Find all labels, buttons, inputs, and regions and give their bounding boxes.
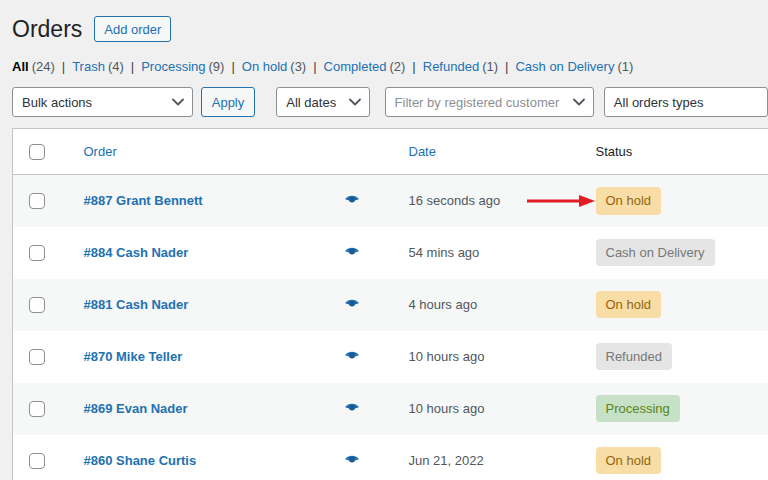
bulk-actions-select[interactable]: Bulk actions (12, 87, 193, 117)
order-link[interactable]: #887 Grant Bennett (84, 193, 203, 208)
eye-icon (343, 246, 361, 257)
order-link[interactable]: #860 Shane Curtis (84, 453, 197, 468)
filter-refunded-link[interactable]: Refunded (423, 59, 479, 74)
row-checkbox[interactable] (29, 193, 45, 209)
filter-refunded-count: (1) (482, 59, 498, 74)
sort-date-header[interactable]: Date (409, 144, 436, 159)
status-badge: On hold (596, 447, 662, 475)
order-types-select[interactable]: All orders types (604, 87, 768, 117)
order-date: 10 hours ago (409, 401, 485, 416)
filter-completed: Completed (2) (306, 59, 405, 74)
filter-processing-count: (9) (208, 59, 224, 74)
preview-button[interactable] (343, 298, 361, 309)
order-link[interactable]: #884 Cash Nader (84, 245, 189, 260)
order-date: 54 mins ago (409, 245, 480, 260)
status-badge: Refunded (596, 343, 672, 371)
eye-icon (343, 402, 361, 413)
filter-processing-link[interactable]: Processing (141, 59, 205, 74)
filter-all-count: (24) (32, 59, 55, 74)
filter-on-hold: On hold (3) (224, 59, 306, 74)
filter-trash-count: (4) (108, 59, 124, 74)
customer-filter-placeholder: Filter by registered customer (395, 95, 560, 110)
row-checkbox[interactable] (29, 349, 45, 365)
filter-refunded: Refunded (1) (405, 59, 498, 74)
status-badge: Cash on Delivery (596, 239, 715, 267)
chevron-down-icon (349, 98, 361, 106)
eye-icon (343, 454, 361, 465)
sort-order-header[interactable]: Order (84, 144, 117, 159)
filter-all-link[interactable]: All (12, 59, 29, 74)
filter-trash-link[interactable]: Trash (72, 59, 105, 74)
table-row: #870 Mike Teller 10 hours ago Refunded (13, 331, 768, 383)
filter-cash-on-delivery-count: (1) (617, 59, 633, 74)
filter-trash: Trash (4) (55, 59, 124, 74)
filter-all: All (24) (12, 59, 55, 74)
table-header-row: Order Date Status (13, 129, 768, 175)
filter-on-hold-link[interactable]: On hold (242, 59, 288, 74)
order-date: 4 hours ago (409, 297, 478, 312)
table-row: #860 Shane Curtis Jun 21, 2022 On hold (13, 435, 768, 480)
dates-filter-value: All dates (286, 95, 336, 110)
status-header: Status (596, 144, 633, 159)
table-row: #869 Evan Nader 10 hours ago Processing (13, 383, 768, 435)
add-order-button[interactable]: Add order (94, 16, 171, 42)
row-checkbox[interactable] (29, 453, 45, 469)
select-all-checkbox[interactable] (29, 144, 45, 160)
preview-button[interactable] (343, 402, 361, 413)
dates-filter-select[interactable]: All dates (276, 87, 369, 117)
status-filter-list: All (24) Trash (4) Processing (9) On hol… (12, 59, 768, 74)
order-date: Jun 21, 2022 (409, 453, 484, 468)
preview-button[interactable] (343, 194, 361, 205)
orders-table: Order Date Status #887 Grant Bennett 16 … (12, 128, 768, 480)
table-row: #881 Cash Nader 4 hours ago On hold (13, 279, 768, 331)
filter-completed-count: (2) (389, 59, 405, 74)
eye-icon (343, 194, 361, 205)
filter-completed-link[interactable]: Completed (324, 59, 387, 74)
order-date: 10 hours ago (409, 349, 485, 364)
filter-cash-on-delivery: Cash on Delivery (1) (498, 59, 633, 74)
table-row: #887 Grant Bennett 16 seconds ago On hol… (13, 175, 768, 227)
row-checkbox[interactable] (29, 245, 45, 261)
filter-cash-on-delivery-link[interactable]: Cash on Delivery (515, 59, 614, 74)
customer-filter-select[interactable]: Filter by registered customer (385, 87, 594, 117)
order-link[interactable]: #869 Evan Nader (84, 401, 188, 416)
order-link[interactable]: #881 Cash Nader (84, 297, 189, 312)
preview-button[interactable] (343, 246, 361, 257)
status-badge: On hold (596, 187, 662, 215)
bulk-actions-value: Bulk actions (22, 95, 92, 110)
page-title: Orders (12, 14, 82, 44)
eye-icon (343, 298, 361, 309)
chevron-down-icon (573, 98, 585, 106)
preview-button[interactable] (343, 454, 361, 465)
preview-button[interactable] (343, 350, 361, 361)
eye-icon (343, 350, 361, 361)
row-checkbox[interactable] (29, 401, 45, 417)
page-header: Orders Add order (12, 14, 768, 44)
filter-processing: Processing (9) (124, 59, 225, 74)
orders-page: Orders Add order All (24) Trash (4) Proc… (0, 0, 768, 480)
apply-button[interactable]: Apply (201, 87, 256, 117)
order-types-value: All orders types (614, 95, 704, 110)
status-badge: On hold (596, 291, 662, 319)
order-link[interactable]: #870 Mike Teller (84, 349, 183, 364)
row-checkbox[interactable] (29, 297, 45, 313)
chevron-down-icon (172, 98, 184, 106)
table-row: #884 Cash Nader 54 mins ago Cash on Deli… (13, 227, 768, 279)
filter-on-hold-count: (3) (290, 59, 306, 74)
orders-toolbar: Bulk actions Apply All dates Filter by r… (12, 87, 768, 117)
order-date: 16 seconds ago (409, 193, 501, 208)
orders-table-container: Order Date Status #887 Grant Bennett 16 … (12, 128, 768, 480)
status-badge: Processing (596, 395, 680, 423)
